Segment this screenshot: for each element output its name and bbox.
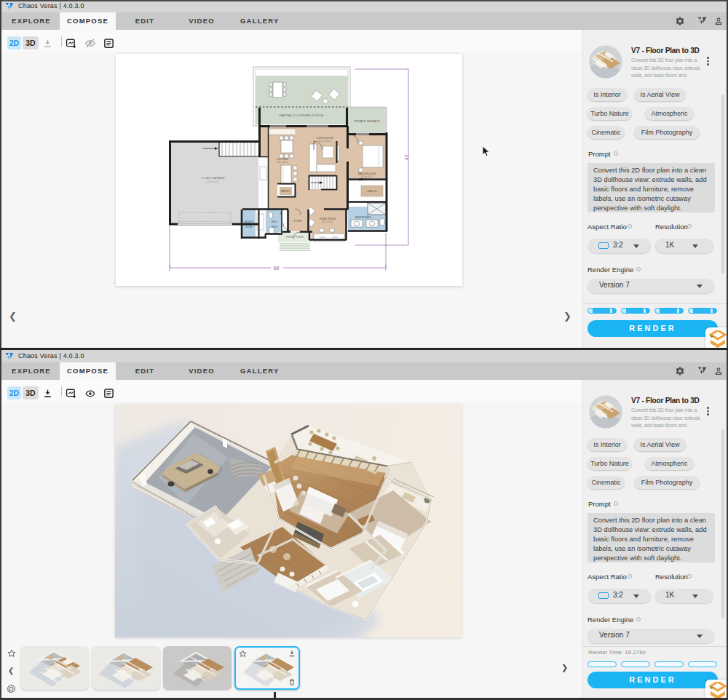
svg-text:FRONT PORCH: FRONT PORCH bbox=[286, 236, 304, 239]
svg-text:PARTIALLY COVERED PORCH: PARTIALLY COVERED PORCH bbox=[280, 114, 324, 117]
svg-text:13'-0 x 14'-0": 13'-0 x 14'-0" bbox=[361, 175, 373, 178]
svg-text:21'0 x 21'2": 21'0 x 21'2" bbox=[207, 180, 221, 183]
svg-text:PANTRY: PANTRY bbox=[281, 190, 290, 193]
svg-text:43': 43' bbox=[404, 154, 409, 160]
svg-text:WALK-IN: WALK-IN bbox=[368, 190, 377, 193]
svg-text:ROOM: ROOM bbox=[246, 226, 253, 228]
svg-text:HALF: HALF bbox=[272, 220, 277, 223]
svg-text:FOYER: FOYER bbox=[293, 220, 302, 223]
svg-text:2-CAR GARAGE: 2-CAR GARAGE bbox=[202, 177, 225, 180]
svg-text:PRIVATE TERRACE: PRIVATE TERRACE bbox=[354, 120, 380, 123]
svg-text:LAUNDRY: LAUNDRY bbox=[244, 220, 254, 223]
svg-text:68': 68' bbox=[273, 266, 280, 271]
svg-text:15'-4 x 13'-0": 15'-4 x 13'-0" bbox=[318, 140, 331, 143]
svg-text:11'-4 x 13'-0": 11'-4 x 13'-0" bbox=[322, 220, 333, 223]
svg-text:11'4 x 13'-0": 11'4 x 13'-0" bbox=[277, 161, 288, 164]
svg-text:MASTER BATH: MASTER BATH bbox=[355, 216, 371, 219]
